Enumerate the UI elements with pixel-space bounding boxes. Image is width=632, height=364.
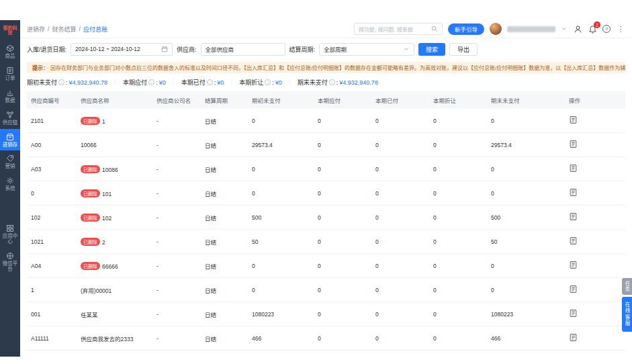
notice-text: · 因存在财务部门与业务部门对小数点后三位的数据舍入的标准以及时间口径不同，【出… (47, 65, 625, 71)
summary-opening-unpaid: 期初未支付i: ¥4,932,940.78 (27, 78, 107, 87)
pagination: 每页 10 条 ‹ 1 2 › » (20, 351, 632, 357)
detail-icon[interactable] (569, 212, 578, 221)
help-icon[interactable]: ? (602, 25, 611, 33)
cell-opening: 0 (248, 254, 314, 278)
deleted-badge: 已删除 (81, 165, 100, 173)
detail-icon[interactable] (569, 333, 578, 342)
cell-discount: 0 (429, 326, 487, 351)
cycle-value: 全部周期 (324, 45, 400, 53)
cell-discount: 0 (429, 206, 487, 230)
cell-closing: 0 (487, 181, 565, 206)
bell-icon[interactable]: 2 (588, 24, 597, 34)
cell-paid: 0 (371, 230, 429, 254)
cell-company: - (152, 230, 201, 254)
col-closing-unpaid: 期末未支付 (487, 91, 565, 109)
deleted-badge: 已删除 (81, 117, 100, 125)
nodes-icon (6, 111, 14, 119)
global-search-input[interactable]: 搜功能, 搜问题, 搜单据 (354, 23, 443, 35)
calendar-icon (161, 46, 168, 52)
sidebar-item-wechat-platform[interactable]: 微信平台 (0, 248, 20, 275)
guide-button[interactable]: 新手引导 (448, 24, 484, 35)
date-range-input[interactable]: 2024-10-12 ~ 2024-10-12 (71, 43, 173, 56)
task-tab[interactable]: 任务 (622, 278, 632, 295)
summary-bar: 期初未支付i: ¥4,932,940.78 ｜ 本期应付i: ¥0 ｜ 本期已付… (20, 73, 632, 90)
cell-no: 1021 (27, 230, 77, 254)
cell-cycle: 日结 (201, 157, 248, 181)
cell-discount: 0 (429, 230, 487, 254)
table-row: A04 已删除66666 - 日结 0 0 0 0 0 (27, 254, 625, 278)
col-period-paid: 本期已付 (371, 91, 429, 109)
breadcrumb-item-1[interactable]: 进销存 (27, 25, 45, 34)
export-button[interactable]: 导出 (449, 43, 478, 56)
table-row: 0 已删除101 - 日结 0 0 0 0 0 (27, 181, 625, 206)
info-icon: i (207, 79, 213, 85)
chevron-down-icon (403, 46, 410, 52)
cell-no: A11111 (27, 326, 77, 351)
cell-paid: 0 (371, 133, 429, 157)
breadcrumb-current: 应付总账 (83, 25, 107, 34)
cell-payable: 0 (314, 230, 371, 254)
cell-cycle: 日结 (201, 254, 248, 278)
cell-payable: 0 (314, 302, 371, 326)
cell-payable: 0 (314, 157, 371, 181)
detail-icon[interactable] (569, 285, 578, 293)
detail-icon[interactable] (569, 309, 578, 318)
cell-no: 001 (27, 302, 77, 326)
deleted-badge: 已删除 (81, 214, 100, 222)
sidebar-item-goods[interactable]: 商品 (0, 40, 20, 62)
detail-icon[interactable] (569, 188, 578, 197)
sidebar-item-marketing[interactable]: 营销 (0, 150, 20, 173)
sidebar-item-orders[interactable]: 订单 (0, 62, 20, 85)
cell-discount: 0 (429, 302, 487, 326)
breadcrumb: 进销存 / 财务结算 / 应付总账 (27, 25, 107, 34)
detail-icon[interactable] (569, 164, 578, 173)
cell-name: 供应商我发去的2333 (81, 336, 133, 343)
table-row: A00 10066 - 日结 29573.4 0 0 0 29573.4 (27, 133, 625, 157)
cell-payable: 0 (314, 326, 371, 351)
cell-company: - (152, 326, 201, 351)
sidebar-item-data[interactable]: 数据 (0, 85, 20, 107)
cell-company: - (152, 302, 201, 326)
supplier-input[interactable]: 全部供应商 (201, 43, 285, 56)
table-row: A03 已删除10086 - 日结 0 0 0 0 0 (27, 157, 625, 181)
info-icon: i (148, 79, 154, 85)
service-ribbon[interactable]: 在线客服 (622, 297, 632, 332)
sidebar-item-app-center[interactable]: 应用中心 (0, 220, 20, 248)
cell-company: - (152, 157, 201, 181)
cycle-select[interactable]: 全部周期 (319, 43, 414, 56)
detail-icon[interactable] (569, 261, 578, 269)
cell-opening: 0 (248, 278, 314, 302)
avatar[interactable] (490, 23, 502, 35)
breadcrumb-item-2[interactable]: 财务结算 (52, 25, 77, 34)
col-supplier-no: 供应商编号 (27, 91, 77, 109)
more-icon[interactable]: ⋮ (616, 24, 625, 34)
cell-no: 1 (27, 278, 77, 302)
cell-closing: 0 (487, 278, 565, 302)
grid-icon (6, 224, 14, 232)
sidebar-item-system[interactable]: 系统 (0, 173, 20, 195)
search-button[interactable]: 搜索 (418, 43, 445, 56)
cell-company: - (152, 254, 201, 278)
cell-payable: 0 (314, 181, 371, 206)
summary-period-payable: 本期应付i: ¥0 (123, 78, 166, 87)
top-bar: 进销存 / 财务结算 / 应付总账 搜功能, 搜问题, 搜单据 新手引导 (20, 20, 632, 38)
cell-paid: 0 (371, 326, 429, 351)
cell-opening: 0 (248, 109, 314, 133)
invite-icon[interactable] (573, 24, 582, 34)
col-actions: 操作 (565, 91, 625, 109)
detail-icon[interactable] (569, 236, 578, 245)
chevron-down-icon[interactable] (561, 26, 568, 32)
cell-name: 任某某 (81, 312, 98, 318)
table-row: 1021 已删除2 - 日结 50 0 0 0 50 (27, 230, 625, 254)
cell-opening: 0 (248, 181, 314, 206)
table-header-row: 供应商编号 供应商名称 供应商公司名 结算周期 期初未支付 本期应付 本期已付 … (27, 91, 625, 109)
globe-icon (6, 252, 14, 260)
sidebar-item-inventory[interactable]: 进销存 (0, 129, 20, 151)
col-opening-unpaid: 期初未支付 (248, 91, 314, 109)
detail-icon[interactable] (569, 116, 578, 124)
detail-icon[interactable] (569, 140, 578, 148)
cell-discount: 0 (429, 181, 487, 206)
cell-discount: 0 (429, 109, 487, 133)
sidebar-item-supply-chain[interactable]: 供应链 (0, 107, 20, 129)
list-icon (6, 66, 14, 75)
